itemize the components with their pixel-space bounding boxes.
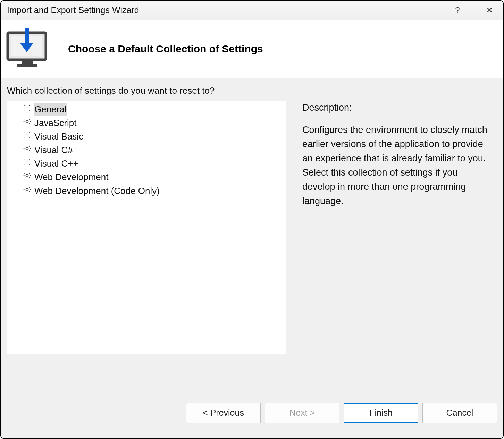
header-banner: Choose a Default Collection of Settings: [1, 20, 503, 78]
svg-rect-2: [22, 61, 33, 64]
titlebar: Import and Export Settings Wizard ? ✕: [1, 1, 503, 20]
svg-line-55: [29, 160, 30, 160]
svg-line-75: [29, 187, 30, 188]
list-item-label: General: [34, 103, 67, 116]
gear-icon: [23, 103, 32, 116]
list-item[interactable]: Visual Basic: [9, 130, 284, 143]
list-item[interactable]: Web Development (Code Only): [9, 184, 284, 198]
finish-button[interactable]: Finish: [344, 403, 418, 423]
gear-icon: [23, 158, 32, 170]
description-panel: Description: Configures the environment …: [302, 101, 497, 387]
svg-line-22: [25, 119, 25, 120]
question-label: Which collection of settings do you want…: [7, 85, 497, 96]
wizard-window: Import and Export Settings Wizard ? ✕: [0, 0, 504, 439]
list-item-label: JavaScript: [34, 117, 77, 129]
list-item-label: Visual Basic: [34, 130, 84, 143]
description-text: Configures the environment to closely ma…: [302, 123, 492, 208]
svg-line-53: [29, 164, 30, 165]
list-item-label: Visual C++: [34, 158, 79, 170]
close-icon: ✕: [486, 6, 493, 15]
svg-line-14: [25, 110, 25, 110]
gear-icon: [23, 171, 32, 183]
svg-point-46: [26, 161, 28, 163]
svg-point-56: [26, 175, 28, 177]
svg-rect-3: [17, 64, 37, 67]
svg-line-15: [29, 105, 30, 106]
gear-icon: [23, 117, 32, 129]
list-item-label: Web Development: [34, 171, 109, 183]
svg-line-25: [29, 119, 30, 120]
svg-line-12: [25, 105, 25, 106]
svg-line-72: [25, 187, 25, 188]
svg-line-42: [25, 146, 25, 147]
svg-point-16: [26, 120, 28, 123]
svg-line-24: [25, 123, 25, 124]
help-button[interactable]: ?: [450, 3, 465, 18]
main-row: General JavaScript Visual Basic Visual C…: [7, 101, 497, 387]
content-area: Which collection of settings do you want…: [1, 78, 503, 387]
list-item-label: Visual C#: [34, 144, 74, 156]
next-button[interactable]: Next >: [265, 403, 339, 423]
svg-point-36: [26, 147, 28, 150]
footer: < Previous Next > Finish Cancel: [1, 387, 503, 438]
svg-line-44: [25, 151, 25, 151]
cancel-button[interactable]: Cancel: [422, 403, 497, 423]
list-item[interactable]: Web Development: [9, 170, 284, 184]
svg-line-43: [29, 151, 30, 151]
help-icon: ?: [455, 6, 460, 15]
gear-icon: [23, 144, 32, 156]
svg-line-13: [29, 110, 30, 110]
list-item-label: Web Development (Code Only): [34, 185, 160, 197]
svg-point-66: [26, 188, 28, 191]
svg-line-54: [25, 164, 25, 165]
svg-line-62: [25, 173, 25, 174]
svg-line-63: [29, 178, 30, 178]
import-monitor-icon: [6, 28, 50, 70]
list-item[interactable]: Visual C++: [9, 157, 284, 170]
svg-point-6: [26, 107, 28, 109]
svg-line-64: [25, 178, 25, 178]
list-item[interactable]: Visual C#: [9, 143, 284, 157]
svg-line-65: [29, 173, 30, 174]
svg-line-35: [29, 133, 30, 133]
settings-listbox[interactable]: General JavaScript Visual Basic Visual C…: [7, 101, 286, 354]
previous-button[interactable]: < Previous: [186, 403, 261, 423]
list-item[interactable]: JavaScript: [9, 116, 284, 130]
svg-line-45: [29, 146, 30, 147]
gear-icon: [23, 185, 32, 197]
svg-line-73: [29, 191, 30, 192]
svg-line-33: [29, 137, 30, 137]
svg-line-74: [25, 191, 25, 192]
svg-line-32: [25, 133, 25, 133]
gear-icon: [23, 130, 32, 143]
window-title: Import and Export Settings Wizard: [7, 5, 450, 15]
svg-line-23: [29, 123, 30, 124]
description-heading: Description:: [302, 102, 492, 113]
svg-line-34: [25, 137, 25, 137]
svg-point-26: [26, 134, 28, 136]
close-button[interactable]: ✕: [482, 3, 497, 18]
page-heading: Choose a Default Collection of Settings: [68, 43, 263, 55]
svg-line-52: [25, 160, 25, 160]
list-item[interactable]: General: [9, 103, 284, 116]
